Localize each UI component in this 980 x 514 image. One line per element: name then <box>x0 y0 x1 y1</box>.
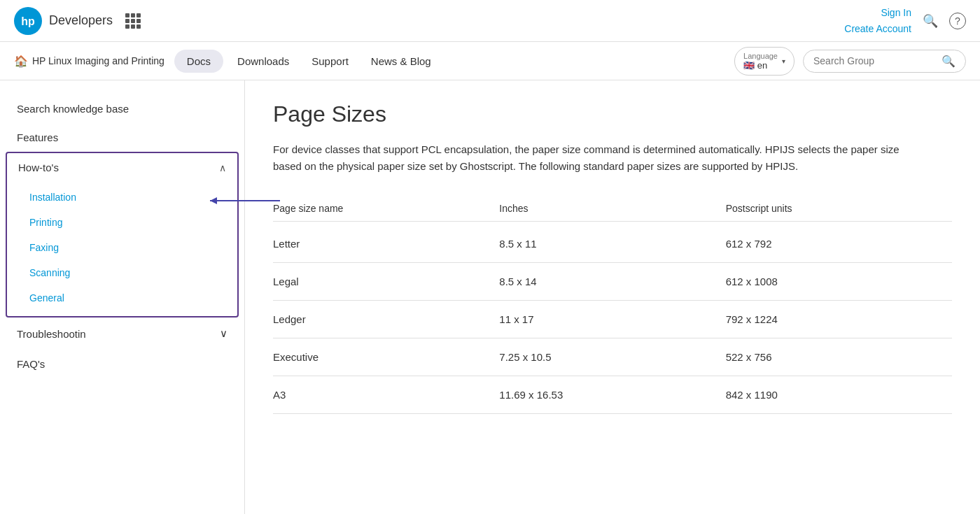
howto-section: How-to's ∧ Installation Printing Faxing … <box>6 152 239 317</box>
top-search-icon[interactable]: 🔍 <box>923 13 938 29</box>
chevron-down-icon: ▾ <box>782 57 785 65</box>
howto-header[interactable]: How-to's ∧ <box>7 153 237 182</box>
howto-link-scanning[interactable]: Scanning <box>7 260 237 285</box>
top-bar-left: hp Developers <box>14 7 141 35</box>
howto-label: How-to's <box>18 162 59 173</box>
sidebar-faqs[interactable]: FAQ's <box>0 350 244 378</box>
sidebar-troubleshooting[interactable]: Troubleshootin ∨ <box>0 317 244 350</box>
sign-in-link[interactable]: Sign In <box>881 7 911 18</box>
language-info: Language 🇬🇧 en <box>743 52 778 71</box>
nav-support-link[interactable]: Support <box>300 42 360 80</box>
main-content: Search knowledge base Features How-to's … <box>0 80 980 514</box>
table-row: A3 11.69 x 16.53 842 x 1190 <box>273 376 952 414</box>
row-ledger-name: Ledger <box>273 313 499 325</box>
search-group: 🔍 <box>803 50 966 73</box>
page-title: Page Sizes <box>273 101 952 127</box>
content-area: Page Sizes For device classes that suppo… <box>245 80 980 514</box>
nav-newsblog-link[interactable]: News & Blog <box>360 42 442 80</box>
search-icon[interactable]: 🔍 <box>941 55 955 68</box>
row-ledger-postscript: 792 x 1224 <box>726 313 952 325</box>
table-row: Letter 8.5 x 11 612 x 792 <box>273 225 952 263</box>
site-title: Developers <box>49 13 113 28</box>
language-value: 🇬🇧 en <box>743 60 767 71</box>
troubleshooting-label: Troubleshootin <box>17 328 86 340</box>
howto-link-faxing[interactable]: Faxing <box>7 235 237 260</box>
chevron-down-icon: ∨ <box>220 327 227 340</box>
row-executive-inches: 7.25 x 10.5 <box>499 351 725 363</box>
top-bar-right: Sign In Create Account 🔍 ? <box>844 5 966 36</box>
row-ledger-inches: 11 x 17 <box>499 313 725 325</box>
language-selector[interactable]: Language 🇬🇧 en ▾ <box>734 47 794 76</box>
nav-docs-link[interactable]: Docs <box>174 50 223 73</box>
row-executive-name: Executive <box>273 351 499 363</box>
nav-right: Language 🇬🇧 en ▾ 🔍 <box>734 47 966 76</box>
col-header-inches: Inches <box>499 203 725 214</box>
row-legal-postscript: 612 x 1008 <box>726 276 952 287</box>
search-input[interactable] <box>813 55 936 66</box>
row-letter-name: Letter <box>273 238 499 250</box>
sidebar-search-kb[interactable]: Search knowledge base <box>0 94 244 123</box>
home-icon: 🏠 <box>14 55 28 68</box>
nav-downloads-link[interactable]: Downloads <box>226 42 300 80</box>
row-letter-postscript: 612 x 792 <box>726 238 952 250</box>
create-account-link[interactable]: Create Account <box>844 21 911 36</box>
nav-home-label: HP Linux Imaging and Printing <box>32 55 164 66</box>
col-header-name: Page size name <box>273 203 499 214</box>
help-icon[interactable]: ? <box>949 13 966 29</box>
row-legal-name: Legal <box>273 276 499 287</box>
sidebar: Search knowledge base Features How-to's … <box>0 80 245 514</box>
nav-bar: 🏠 HP Linux Imaging and Printing Docs Dow… <box>0 42 980 80</box>
row-letter-inches: 8.5 x 11 <box>499 238 725 250</box>
arrow-icon <box>203 192 287 209</box>
sidebar-features[interactable]: Features <box>0 123 244 152</box>
hp-logo[interactable]: hp <box>14 7 42 35</box>
howto-link-printing[interactable]: Printing <box>7 210 237 235</box>
table-row: Legal 8.5 x 14 612 x 1008 <box>273 263 952 301</box>
row-a3-inches: 11.69 x 16.53 <box>499 389 725 401</box>
svg-marker-3 <box>210 197 217 204</box>
chevron-up-icon: ∧ <box>219 162 226 173</box>
col-header-postscript: Postscript units <box>726 203 952 214</box>
top-bar: hp Developers Sign In Create Account 🔍 ? <box>0 0 980 42</box>
nav-home-link[interactable]: 🏠 HP Linux Imaging and Printing <box>14 55 164 68</box>
page-sizes-table: Page size name Inches Postscript units L… <box>273 196 952 414</box>
row-executive-postscript: 522 x 756 <box>726 351 952 363</box>
auth-links: Sign In Create Account <box>844 5 911 36</box>
apps-icon[interactable] <box>125 13 141 29</box>
row-legal-inches: 8.5 x 14 <box>499 276 725 287</box>
howto-link-general[interactable]: General <box>7 285 237 310</box>
language-label: Language <box>743 52 778 60</box>
table-header: Page size name Inches Postscript units <box>273 196 952 222</box>
table-row: Ledger 11 x 17 792 x 1224 <box>273 301 952 338</box>
table-row: Executive 7.25 x 10.5 522 x 756 <box>273 338 952 376</box>
row-a3-postscript: 842 x 1190 <box>726 389 952 401</box>
page-description: For device classes that support PCL enca… <box>273 141 903 175</box>
row-a3-name: A3 <box>273 389 499 401</box>
svg-text:hp: hp <box>21 15 35 27</box>
